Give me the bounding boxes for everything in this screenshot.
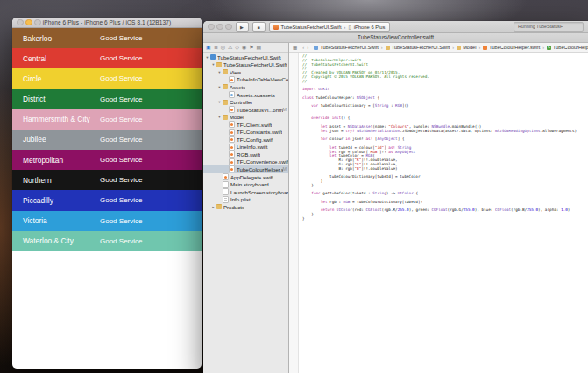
disclosure-triangle[interactable]: ▾ [205, 55, 209, 60]
tube-line-name: Central [23, 54, 100, 63]
stop-icon: ■ [257, 25, 259, 30]
breadcrumb-item[interactable]: CTubeColourHelper [547, 45, 588, 50]
navigator-item-label: TubeColourHelper.swift [237, 166, 283, 172]
swift-icon [229, 144, 235, 151]
navigator-item-label: TubeStatusVi...ontroller.swift [237, 107, 283, 113]
project-navigator-icon[interactable]: ▣ [206, 43, 211, 52]
navigator-item[interactable]: Info.plist [203, 195, 288, 203]
issue-navigator-icon[interactable]: ⚠ [228, 43, 232, 52]
disclosure-triangle[interactable]: ▾ [217, 100, 222, 104]
stop-button[interactable]: ■ [252, 22, 266, 32]
disclosure-triangle[interactable]: ▾ [217, 85, 222, 89]
disclosure-triangle[interactable]: ▾ [217, 115, 222, 119]
swift-icon [229, 129, 235, 136]
navigator-item[interactable]: RGB.swift [203, 151, 288, 158]
tube-line-row[interactable]: NorthernGood Service [12, 170, 202, 190]
navigator-item[interactable]: Main.storyboard [203, 180, 288, 188]
breadcrumb-item[interactable]: Model [457, 45, 476, 50]
navigator-item[interactable]: LaunchScreen.storyboard [203, 188, 288, 196]
swift-icon [229, 106, 235, 113]
tube-line-name: Waterloo & City [23, 236, 100, 245]
navigator-item[interactable]: TFLConstants.swift [203, 128, 288, 136]
navigator-item[interactable]: TFLConfig.swift [203, 136, 288, 144]
close-button[interactable] [17, 19, 24, 26]
navigator-item[interactable]: ▾Controller [203, 98, 288, 106]
navigator-item-label: LaunchScreen.storyboard [230, 189, 288, 195]
run-icon: ▶ [240, 25, 244, 30]
navigator-item[interactable]: LineInfo.swift [203, 144, 288, 151]
navigator-item-label: Controller [230, 99, 252, 105]
debug-navigator-icon[interactable]: ◉ [242, 43, 246, 52]
breadcrumb-separator: › [478, 45, 480, 50]
code-editor[interactable]: //// TubeColourHelper.swift// TubeStatus… [299, 53, 588, 373]
navigator-item[interactable]: ▾TubeStatusFetcherUI.Swift [203, 53, 288, 61]
tube-line-status: Good Service [100, 217, 142, 225]
tube-line-row[interactable]: CircleGood Service [12, 68, 202, 88]
project-navigator-tree: ▾TubeStatusFetcherUI.Swift▾TubeStatusFet… [203, 53, 288, 373]
navigator-item[interactable]: AppDelegate.swift [203, 173, 288, 181]
tube-line-row[interactable]: PiccadillyGood Service [12, 190, 202, 210]
minimize-button[interactable] [25, 19, 32, 26]
tube-line-row[interactable]: BakerlooGood Service [12, 28, 202, 48]
related-items-icon[interactable]: ▦ [293, 45, 297, 50]
navigator-item[interactable]: ▾Model [203, 113, 288, 121]
swift-icon [229, 76, 235, 83]
jump-bar: ▦ ‹ › TubeStatusFetcherUI.Swift›TubeStat… [289, 43, 588, 53]
scheme-selector[interactable]: TubeStatusFetcherUI.Swift › ▯ iPhone 6 P… [269, 22, 390, 32]
navigator-item-label: TFLConfig.swift [237, 137, 273, 143]
navigator-item[interactable]: TFLConvenience.swift [203, 158, 288, 166]
symbol-navigator-icon[interactable]: ≣ [214, 43, 218, 52]
tube-line-row[interactable]: CentralGood Service [12, 48, 202, 68]
navigator-item[interactable]: Assets.xcassets [203, 91, 288, 99]
zoom-button[interactable] [34, 19, 41, 26]
tube-line-status: Good Service [100, 54, 142, 62]
tube-line-row[interactable]: VictoriaGood Service [12, 211, 202, 231]
tube-line-row[interactable]: JubileeGood Service [12, 130, 202, 150]
navigator-item-label: Assets [230, 84, 245, 90]
tube-line-row[interactable]: Hammersmith & CityGood Service [12, 109, 202, 130]
activity-viewer: Running TubeStatusF [514, 22, 584, 32]
breadcrumb-item[interactable]: TubeStatusFetcherUI.Swift [314, 45, 379, 50]
navigator-item[interactable]: ▸Products [203, 203, 288, 211]
forward-button[interactable]: › [307, 45, 308, 50]
navigator-item[interactable]: TubeStatusVi...ontroller.swiftM [203, 106, 288, 114]
tube-line-name: Northern [23, 176, 100, 185]
navigator-item[interactable]: ▾TubeStatusFetcherUI.Swift [203, 61, 288, 69]
tube-line-row[interactable]: DistrictGood Service [12, 89, 202, 109]
run-button[interactable]: ▶ [236, 22, 249, 32]
breadcrumb-item[interactable]: TubeColourHelper.swift [483, 45, 540, 50]
xcode-window-title: TubeStatusViewController.swift [203, 33, 588, 43]
navigator-item[interactable]: TFLClient.swift [203, 121, 288, 129]
zoom-button[interactable] [225, 24, 232, 31]
tube-line-name: Metropolitan [23, 156, 100, 165]
back-button[interactable]: ‹ [302, 45, 304, 50]
disclosure-triangle[interactable]: ▾ [211, 62, 216, 67]
tube-line-name: Hammersmith & City [23, 115, 100, 123]
tube-line-status: Good Service [100, 156, 142, 164]
close-button[interactable] [208, 24, 215, 31]
xcode-window: ▶ ■ TubeStatusFetcherUI.Swift › ▯ iPhone… [203, 21, 588, 373]
tube-line-status: Good Service [100, 176, 142, 184]
breadcrumb-label: TubeColourHelper.swift [489, 45, 540, 50]
navigator-item[interactable]: ▾View [203, 68, 288, 76]
file-icon [314, 46, 318, 50]
navigator-item-label: Model [230, 114, 244, 120]
tube-line-row[interactable]: MetropolitanGood Service [12, 150, 202, 170]
navigator-item[interactable]: ▾Assets [203, 83, 288, 91]
tube-line-row[interactable]: Waterloo & CityGood Service [12, 231, 202, 251]
tube-line-status: Good Service [100, 237, 142, 245]
find-navigator-icon[interactable]: ◎ [221, 43, 225, 52]
breakpoint-navigator-icon[interactable]: ⚑ [249, 43, 253, 52]
minimize-button[interactable] [216, 24, 223, 31]
xcassets-icon [229, 91, 235, 98]
disclosure-triangle[interactable]: ▸ [211, 205, 216, 209]
report-navigator-icon[interactable]: ▤ [257, 43, 262, 52]
scheme-target-icon [273, 25, 279, 30]
navigator-item[interactable]: TubeColourHelper.swiftM [203, 165, 288, 173]
test-navigator-icon[interactable]: ◇ [235, 43, 239, 52]
disclosure-triangle[interactable]: ▾ [217, 70, 222, 74]
tube-line-name: Victoria [23, 216, 100, 225]
breadcrumb-item[interactable]: TubeStatusFetcherUI.Swift [386, 45, 450, 50]
navigator-item[interactable]: TubeInfoTableViewCell.swift [203, 76, 288, 84]
swift-icon [229, 158, 235, 165]
